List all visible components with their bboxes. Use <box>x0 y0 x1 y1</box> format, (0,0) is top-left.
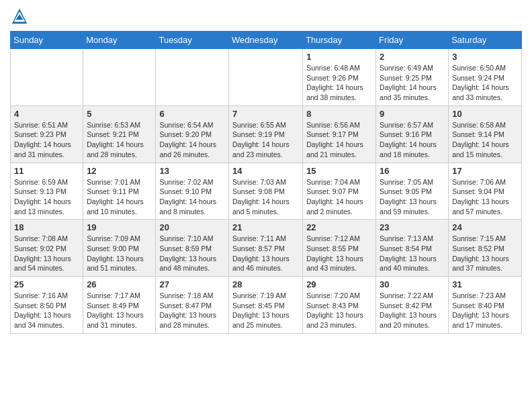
day-info: Sunrise: 6:54 AM Sunset: 9:20 PM Dayligh… <box>159 120 225 160</box>
day-info: Sunrise: 7:09 AM Sunset: 9:00 PM Dayligh… <box>87 234 152 273</box>
weekday-row: SundayMondayTuesdayWednesdayThursdayFrid… <box>11 32 522 49</box>
calendar-table: SundayMondayTuesdayWednesdayThursdayFrid… <box>10 31 522 334</box>
weekday-header-wednesday: Wednesday <box>229 32 303 49</box>
calendar-cell: 24Sunrise: 7:15 AM Sunset: 8:52 PM Dayli… <box>449 220 522 277</box>
day-info: Sunrise: 7:22 AM Sunset: 8:42 PM Dayligh… <box>380 291 445 330</box>
day-number: 23 <box>380 222 445 232</box>
calendar-cell: 10Sunrise: 6:58 AM Sunset: 9:14 PM Dayli… <box>449 105 522 163</box>
day-info: Sunrise: 7:06 AM Sunset: 9:04 PM Dayligh… <box>452 177 518 217</box>
day-info: Sunrise: 6:53 AM Sunset: 9:21 PM Dayligh… <box>87 120 152 160</box>
day-number: 12 <box>87 166 152 176</box>
calendar-cell: 14Sunrise: 7:03 AM Sunset: 9:08 PM Dayli… <box>229 163 303 220</box>
day-info: Sunrise: 6:55 AM Sunset: 9:19 PM Dayligh… <box>232 120 299 160</box>
day-number: 19 <box>87 222 152 232</box>
weekday-header-tuesday: Tuesday <box>156 32 229 49</box>
day-info: Sunrise: 7:08 AM Sunset: 9:02 PM Dayligh… <box>14 234 79 273</box>
calendar-week-5: 25Sunrise: 7:16 AM Sunset: 8:50 PM Dayli… <box>11 277 522 334</box>
calendar-header: SundayMondayTuesdayWednesdayThursdayFrid… <box>11 32 522 49</box>
day-number: 26 <box>87 279 152 289</box>
calendar-cell: 31Sunrise: 7:23 AM Sunset: 8:40 PM Dayli… <box>449 277 522 334</box>
day-number: 13 <box>159 166 225 176</box>
weekday-header-monday: Monday <box>83 32 156 49</box>
day-number: 14 <box>232 166 299 176</box>
day-info: Sunrise: 7:11 AM Sunset: 8:57 PM Dayligh… <box>232 234 299 273</box>
day-info: Sunrise: 7:19 AM Sunset: 8:45 PM Dayligh… <box>232 291 299 330</box>
day-number: 22 <box>306 222 372 232</box>
day-info: Sunrise: 7:05 AM Sunset: 9:05 PM Dayligh… <box>380 177 445 217</box>
calendar-cell: 29Sunrise: 7:20 AM Sunset: 8:43 PM Dayli… <box>303 277 376 334</box>
day-number: 8 <box>306 109 372 119</box>
calendar-cell <box>83 49 156 106</box>
day-number: 6 <box>159 109 225 119</box>
day-number: 16 <box>380 166 445 176</box>
calendar-cell: 4Sunrise: 6:51 AM Sunset: 9:23 PM Daylig… <box>11 105 83 163</box>
calendar-cell <box>229 49 303 106</box>
day-number: 3 <box>452 52 518 62</box>
calendar-cell <box>156 49 229 106</box>
day-info: Sunrise: 7:03 AM Sunset: 9:08 PM Dayligh… <box>232 177 299 217</box>
day-number: 7 <box>232 109 299 119</box>
day-info: Sunrise: 6:59 AM Sunset: 9:13 PM Dayligh… <box>14 177 79 217</box>
day-info: Sunrise: 7:13 AM Sunset: 8:54 PM Dayligh… <box>380 234 445 273</box>
calendar-cell: 9Sunrise: 6:57 AM Sunset: 9:16 PM Daylig… <box>376 105 449 163</box>
day-number: 18 <box>14 222 79 232</box>
calendar-cell: 7Sunrise: 6:55 AM Sunset: 9:19 PM Daylig… <box>229 105 303 163</box>
calendar-cell: 8Sunrise: 6:56 AM Sunset: 9:17 PM Daylig… <box>303 105 376 163</box>
day-info: Sunrise: 7:04 AM Sunset: 9:07 PM Dayligh… <box>306 177 372 217</box>
day-info: Sunrise: 7:23 AM Sunset: 8:40 PM Dayligh… <box>452 291 518 330</box>
weekday-header-friday: Friday <box>376 32 449 49</box>
calendar-week-3: 11Sunrise: 6:59 AM Sunset: 9:13 PM Dayli… <box>11 163 522 220</box>
day-number: 1 <box>306 52 372 62</box>
calendar-week-1: 1Sunrise: 6:48 AM Sunset: 9:26 PM Daylig… <box>11 49 522 106</box>
calendar-body: 1Sunrise: 6:48 AM Sunset: 9:26 PM Daylig… <box>11 49 522 334</box>
day-number: 25 <box>14 279 79 289</box>
day-info: Sunrise: 7:17 AM Sunset: 8:49 PM Dayligh… <box>87 291 152 330</box>
day-info: Sunrise: 7:02 AM Sunset: 9:10 PM Dayligh… <box>159 177 225 217</box>
weekday-header-sunday: Sunday <box>11 32 83 49</box>
day-info: Sunrise: 6:51 AM Sunset: 9:23 PM Dayligh… <box>14 120 79 160</box>
day-number: 21 <box>232 222 299 232</box>
day-number: 5 <box>87 109 152 119</box>
day-number: 15 <box>306 166 372 176</box>
day-info: Sunrise: 7:12 AM Sunset: 8:55 PM Dayligh… <box>306 234 372 273</box>
day-number: 4 <box>14 109 79 119</box>
calendar-cell: 3Sunrise: 6:50 AM Sunset: 9:24 PM Daylig… <box>449 49 522 106</box>
logo <box>10 7 32 26</box>
weekday-header-thursday: Thursday <box>303 32 376 49</box>
day-info: Sunrise: 7:10 AM Sunset: 8:59 PM Dayligh… <box>159 234 225 273</box>
calendar-cell: 16Sunrise: 7:05 AM Sunset: 9:05 PM Dayli… <box>376 163 449 220</box>
weekday-header-saturday: Saturday <box>449 32 522 49</box>
day-info: Sunrise: 7:15 AM Sunset: 8:52 PM Dayligh… <box>452 234 518 273</box>
calendar-week-4: 18Sunrise: 7:08 AM Sunset: 9:02 PM Dayli… <box>11 220 522 277</box>
day-info: Sunrise: 6:58 AM Sunset: 9:14 PM Dayligh… <box>452 120 518 160</box>
calendar-cell: 17Sunrise: 7:06 AM Sunset: 9:04 PM Dayli… <box>449 163 522 220</box>
day-number: 10 <box>452 109 518 119</box>
calendar-cell: 2Sunrise: 6:49 AM Sunset: 9:25 PM Daylig… <box>376 49 449 106</box>
calendar-cell: 26Sunrise: 7:17 AM Sunset: 8:49 PM Dayli… <box>83 277 156 334</box>
calendar-cell: 13Sunrise: 7:02 AM Sunset: 9:10 PM Dayli… <box>156 163 229 220</box>
calendar-cell: 11Sunrise: 6:59 AM Sunset: 9:13 PM Dayli… <box>11 163 83 220</box>
day-info: Sunrise: 6:57 AM Sunset: 9:16 PM Dayligh… <box>380 120 445 160</box>
day-info: Sunrise: 6:49 AM Sunset: 9:25 PM Dayligh… <box>380 63 445 103</box>
calendar-cell: 28Sunrise: 7:19 AM Sunset: 8:45 PM Dayli… <box>229 277 303 334</box>
calendar-cell: 18Sunrise: 7:08 AM Sunset: 9:02 PM Dayli… <box>11 220 83 277</box>
day-number: 30 <box>380 279 445 289</box>
calendar-cell: 19Sunrise: 7:09 AM Sunset: 9:00 PM Dayli… <box>83 220 156 277</box>
day-info: Sunrise: 6:48 AM Sunset: 9:26 PM Dayligh… <box>306 63 372 103</box>
day-info: Sunrise: 6:50 AM Sunset: 9:24 PM Dayligh… <box>452 63 518 103</box>
day-number: 9 <box>380 109 445 119</box>
day-number: 17 <box>452 166 518 176</box>
calendar-cell: 22Sunrise: 7:12 AM Sunset: 8:55 PM Dayli… <box>303 220 376 277</box>
day-info: Sunrise: 7:18 AM Sunset: 8:47 PM Dayligh… <box>159 291 225 330</box>
day-info: Sunrise: 7:16 AM Sunset: 8:50 PM Dayligh… <box>14 291 79 330</box>
calendar-cell <box>11 49 83 106</box>
calendar-cell: 1Sunrise: 6:48 AM Sunset: 9:26 PM Daylig… <box>303 49 376 106</box>
calendar-week-2: 4Sunrise: 6:51 AM Sunset: 9:23 PM Daylig… <box>11 105 522 163</box>
calendar-cell: 25Sunrise: 7:16 AM Sunset: 8:50 PM Dayli… <box>11 277 83 334</box>
day-number: 11 <box>14 166 79 176</box>
day-number: 20 <box>159 222 225 232</box>
day-number: 31 <box>452 279 518 289</box>
calendar-cell: 21Sunrise: 7:11 AM Sunset: 8:57 PM Dayli… <box>229 220 303 277</box>
calendar-cell: 30Sunrise: 7:22 AM Sunset: 8:42 PM Dayli… <box>376 277 449 334</box>
day-number: 27 <box>159 279 225 289</box>
